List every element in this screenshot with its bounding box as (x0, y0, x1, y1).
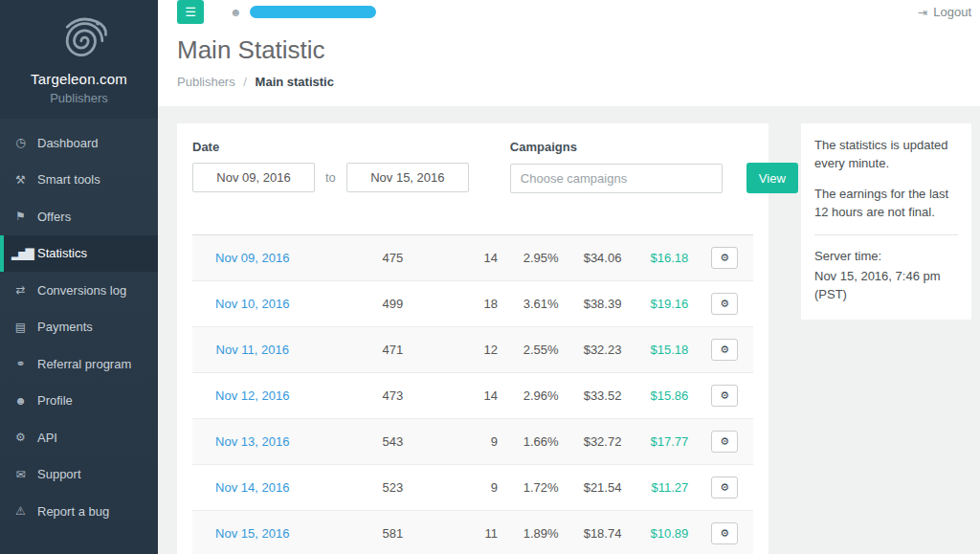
table-header-cell (629, 216, 696, 235)
impressions-cell: 499 (312, 281, 411, 327)
bug-icon: ⚠ (11, 504, 28, 518)
sidebar-item-payments[interactable]: ▤ Payments (0, 309, 158, 346)
impressions-cell: 473 (312, 373, 411, 419)
gears-icon: ⚙ (720, 252, 729, 263)
impressions-cell: 543 (312, 419, 411, 465)
filters: Date to Campaigns View (192, 140, 753, 193)
ecpm-cell: $21.54 (567, 465, 630, 511)
row-options-button[interactable]: ⚙ (711, 522, 738, 544)
row-options-button[interactable]: ⚙ (711, 247, 738, 269)
table-header-cell (696, 216, 753, 235)
sidebar-item-profile[interactable]: ☻ Profile (0, 383, 158, 420)
conversions-cell: 14 (411, 373, 505, 419)
info-card: The statistics is updated every minute. … (801, 123, 971, 320)
table-row: Nov 15, 2016 581 11 1.89% $18.74 $10.89 … (192, 511, 753, 554)
row-options-button[interactable]: ⚙ (711, 293, 738, 315)
cogs-icon: ⚙ (11, 431, 28, 444)
sidebar-item-offers[interactable]: ⚑ Offers (0, 198, 158, 235)
user-menu[interactable]: ☻ (230, 6, 376, 19)
ecpm-cell: $38.39 (567, 281, 630, 327)
table-row: Nov 14, 2016 523 9 1.72% $21.54 $11.27 ⚙ (192, 465, 753, 511)
conversions-cell: 18 (411, 281, 505, 327)
sidebar-item-label: Offers (37, 210, 71, 224)
date-link[interactable]: Nov 15, 2016 (215, 526, 289, 541)
logout-button[interactable]: ⇥ Logout (918, 5, 971, 19)
table-header-cell (567, 216, 630, 235)
campaigns-label: Campaigns (510, 140, 798, 154)
impressions-cell: 581 (312, 511, 411, 554)
sidebar-item-label: Report a bug (37, 504, 109, 519)
conversions-cell: 9 (411, 419, 505, 465)
date-link[interactable]: Nov 14, 2016 (215, 480, 289, 495)
sidebar-item-label: API (37, 431, 57, 445)
cr-cell: 1.72% (505, 465, 567, 511)
ecpm-cell: $32.23 (567, 327, 630, 373)
earnings-cell: $11.27 (629, 465, 696, 511)
user-icon: ☻ (230, 6, 242, 19)
sidebar-nav: ◷ Dashboard ⚒ Smart tools ⚑ Offers ▂▅▇ S… (0, 124, 158, 554)
view-button[interactable]: View (746, 163, 798, 193)
date-to-input[interactable] (346, 163, 469, 192)
row-options-button[interactable]: ⚙ (711, 431, 738, 453)
sidebar-item-smart-tools[interactable]: ⚒ Smart tools (0, 162, 158, 199)
date-link[interactable]: Nov 10, 2016 (215, 297, 289, 311)
banknote-icon: ▤ (11, 321, 28, 334)
envelope-icon: ✉ (11, 468, 28, 481)
breadcrumb-publishers[interactable]: Publishers (177, 75, 235, 89)
breadcrumb-current: Main statistic (256, 75, 334, 89)
sidebar-item-dashboard[interactable]: ◷ Dashboard (0, 124, 158, 162)
campaigns-input[interactable] (510, 164, 723, 193)
sidebar-item-report-a-bug[interactable]: ⚠ Report a bug (0, 493, 158, 530)
statistics-card: Date to Campaigns View (177, 123, 768, 554)
brand: Targeleon.com Publishers (0, 0, 158, 119)
earnings-cell: $19.16 (629, 281, 696, 327)
date-from-input[interactable] (192, 163, 315, 192)
ecpm-cell: $18.74 (567, 511, 630, 554)
table-header-cell (505, 216, 567, 235)
gears-icon: ⚙ (720, 481, 729, 493)
table-row: Nov 10, 2016 499 18 3.61% $38.39 $19.16 … (192, 281, 753, 327)
date-link[interactable]: Nov 13, 2016 (215, 434, 289, 449)
row-options-button[interactable]: ⚙ (711, 385, 738, 407)
conversions-cell: 11 (411, 511, 505, 554)
ecpm-cell: $34.06 (567, 235, 630, 281)
brand-name: Targeleon.com (0, 71, 158, 87)
row-options-button[interactable]: ⚙ (711, 339, 738, 361)
chameleon-logo (39, 8, 120, 71)
main-area: ☰ ☻ ⇥ Logout Main Statistic Publishers /… (158, 0, 980, 554)
sign-out-icon: ⇥ (918, 6, 927, 19)
table-row: Nov 09, 2016 475 14 2.95% $34.06 $16.18 … (192, 235, 753, 281)
impressions-cell: 471 (312, 327, 411, 373)
date-link[interactable]: Nov 12, 2016 (215, 388, 289, 403)
table-row: Nov 12, 2016 473 14 2.96% $33.52 $15.86 … (192, 373, 753, 419)
tag-icon: ⚑ (11, 210, 28, 223)
page-header: Main Statistic Publishers / Main statist… (158, 24, 980, 106)
sidebar: Targeleon.com Publishers ◷ Dashboard ⚒ S… (0, 0, 158, 554)
sidebar-item-statistics[interactable]: ▂▅▇ Statistics (0, 235, 158, 273)
sidebar-item-label: Support (37, 467, 81, 481)
sidebar-item-support[interactable]: ✉ Support (0, 456, 158, 494)
earnings-cell: $10.89 (629, 511, 696, 554)
content: Date to Campaigns View (158, 106, 980, 554)
referral-rings-icon: ⚭ (11, 357, 28, 370)
brand-subtitle: Publishers (0, 91, 158, 105)
cr-cell: 2.95% (505, 235, 567, 281)
sidebar-item-conversions-log[interactable]: ⇄ Conversions log (0, 272, 158, 309)
sidebar-item-label: Payments (37, 320, 93, 334)
table-header-cell (411, 216, 505, 235)
table-header-row (192, 216, 753, 235)
sidebar-item-api[interactable]: ⚙ API (0, 419, 158, 456)
sidebar-item-referral-program[interactable]: ⚭ Referral program (0, 345, 158, 383)
sidebar-item-label: Referral program (37, 357, 131, 371)
sidebar-item-label: Smart tools (37, 172, 100, 187)
bar-chart-icon: ▂▅▇ (11, 247, 28, 260)
server-time-label: Server time: (814, 248, 958, 266)
hamburger-menu-button[interactable]: ☰ (177, 0, 204, 24)
date-link[interactable]: Nov 09, 2016 (215, 251, 289, 265)
date-link[interactable]: Nov 11, 2016 (216, 343, 289, 357)
cr-cell: 1.89% (505, 511, 567, 554)
cr-cell: 2.96% (505, 373, 567, 419)
earnings-cell: $16.18 (629, 235, 696, 281)
row-options-button[interactable]: ⚙ (711, 476, 738, 499)
conversions-cell: 14 (411, 235, 505, 281)
